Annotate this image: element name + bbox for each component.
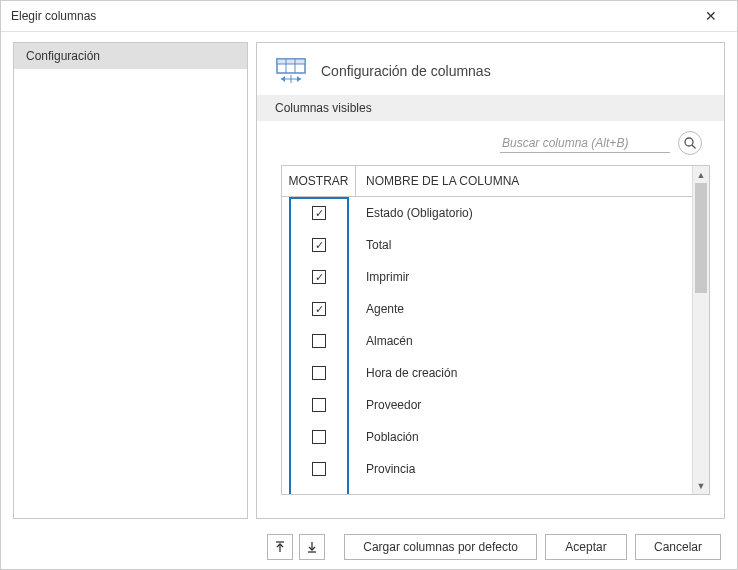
svg-line-9 (692, 145, 696, 149)
close-button[interactable]: ✕ (691, 2, 731, 30)
columns-grid: MOSTRAR NOMBRE DE LA COLUMNA Estado (Obl… (281, 165, 710, 495)
table-row[interactable]: Hora de creación (282, 357, 692, 389)
column-name-cell: Estado (Obligatorio) (356, 206, 692, 220)
column-name-cell: Proveedor (356, 398, 692, 412)
section-subtitle: Columnas visibles (257, 95, 724, 121)
search-row (257, 121, 724, 161)
load-defaults-button[interactable]: Cargar columnas por defecto (344, 534, 537, 560)
show-checkbox[interactable] (312, 270, 326, 284)
show-cell (282, 462, 356, 476)
svg-marker-5 (281, 76, 285, 82)
grid-header: MOSTRAR NOMBRE DE LA COLUMNA (282, 166, 692, 197)
arrow-down-bar-icon (307, 540, 317, 554)
svg-point-8 (685, 138, 693, 146)
column-name-cell: Población (356, 430, 692, 444)
titlebar: Elegir columnas ✕ (1, 1, 737, 31)
search-input[interactable] (500, 134, 670, 153)
show-cell (282, 206, 356, 220)
table-row[interactable]: Estado (Obligatorio) (282, 197, 692, 229)
table-row[interactable]: Agente (282, 293, 692, 325)
grid-rows: Estado (Obligatorio)TotalImprimirAgenteA… (282, 197, 692, 494)
show-checkbox[interactable] (312, 206, 326, 220)
column-name-cell: Provincia (356, 462, 692, 476)
scroll-up-icon[interactable]: ▲ (693, 166, 709, 183)
section-title: Configuración de columnas (321, 63, 491, 79)
table-row[interactable]: Población (282, 421, 692, 453)
table-row[interactable]: Almacén (282, 325, 692, 357)
search-button[interactable] (678, 131, 702, 155)
dialog-body: Configuración Configuración de (1, 32, 737, 525)
column-name-cell: Total (356, 238, 692, 252)
columns-config-icon (275, 57, 309, 85)
svg-rect-1 (277, 59, 305, 64)
move-up-button[interactable] (267, 534, 293, 560)
show-checkbox[interactable] (312, 430, 326, 444)
window-title: Elegir columnas (11, 9, 691, 23)
search-icon (683, 136, 697, 150)
table-row[interactable]: Imprimir (282, 261, 692, 293)
dialog-window: Elegir columnas ✕ Configuración (0, 0, 738, 570)
column-name-cell: Agente (356, 302, 692, 316)
show-checkbox[interactable] (312, 238, 326, 252)
show-checkbox[interactable] (312, 462, 326, 476)
scroll-track[interactable] (693, 183, 709, 477)
accept-button[interactable]: Aceptar (545, 534, 627, 560)
table-row[interactable]: Proveedor (282, 389, 692, 421)
show-cell (282, 238, 356, 252)
show-checkbox[interactable] (312, 366, 326, 380)
header-show[interactable]: MOSTRAR (282, 166, 356, 196)
show-cell (282, 366, 356, 380)
footer: Cargar columnas por defecto Aceptar Canc… (1, 525, 737, 569)
scroll-down-icon[interactable]: ▼ (693, 477, 709, 494)
column-name-cell: Almacén (356, 334, 692, 348)
sidebar: Configuración (13, 42, 248, 519)
show-cell (282, 302, 356, 316)
scroll-thumb[interactable] (695, 183, 707, 293)
svg-marker-6 (297, 76, 301, 82)
main-panel: Configuración de columnas Columnas visib… (256, 42, 725, 519)
show-checkbox[interactable] (312, 302, 326, 316)
show-cell (282, 270, 356, 284)
arrow-up-bar-icon (275, 540, 285, 554)
column-name-cell: Imprimir (356, 270, 692, 284)
header-name[interactable]: NOMBRE DE LA COLUMNA (356, 166, 692, 196)
table-row[interactable]: Total (282, 229, 692, 261)
show-cell (282, 334, 356, 348)
show-checkbox[interactable] (312, 334, 326, 348)
column-name-cell: Hora de creación (356, 366, 692, 380)
table-row[interactable]: Provincia (282, 453, 692, 485)
move-down-button[interactable] (299, 534, 325, 560)
show-cell (282, 398, 356, 412)
table-row[interactable]: Domicilio (282, 485, 692, 494)
show-cell (282, 430, 356, 444)
cancel-button[interactable]: Cancelar (635, 534, 721, 560)
vertical-scrollbar[interactable]: ▲ ▼ (692, 166, 709, 494)
show-checkbox[interactable] (312, 398, 326, 412)
sidebar-item-configuracion[interactable]: Configuración (14, 43, 247, 69)
section-header: Configuración de columnas (257, 43, 724, 95)
